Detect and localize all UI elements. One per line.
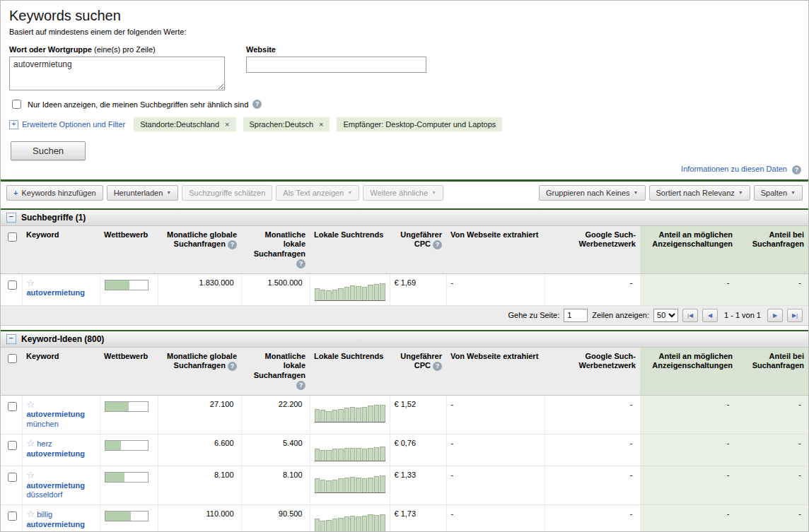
star-icon[interactable]: ☆ [27, 399, 35, 410]
trend-bar [368, 514, 373, 531]
filter-chip-devices: Empfänger: Desktop-Computer und Laptops [337, 117, 502, 131]
col-header-global-monthly[interactable]: Monatliche globale Suchanfragen ? [158, 348, 241, 396]
keyword-link[interactable]: autovermietung münchen [27, 410, 86, 428]
next-page-button[interactable]: ▶ [767, 309, 783, 322]
col-header-local-monthly[interactable]: Monatliche lokale Suchanfragen ? [241, 348, 310, 396]
star-icon[interactable]: ☆ [27, 438, 35, 449]
row-checkbox[interactable] [8, 441, 17, 450]
page-range-label: 1 - 1 von 1 [724, 311, 761, 319]
estimate-traffic-button[interactable]: Suchzugriffe schätzen [182, 185, 272, 201]
col-header-global-monthly[interactable]: Monatliche globale Suchanfragen ? [158, 226, 241, 274]
extracted-cell: - [446, 434, 545, 466]
word-input[interactable]: autovermietung [9, 57, 225, 90]
col-header-approx-cpc[interactable]: Ungefährer CPC ? [390, 348, 446, 396]
help-icon[interactable]: ? [433, 240, 442, 249]
trend-chart [315, 401, 385, 422]
col-header-search-share[interactable]: Anteil bei Suchanfragen [737, 226, 808, 274]
search-form-section: Keywords suchen Basiert auf mindestens e… [1, 1, 808, 160]
col-header-keyword[interactable]: Keyword [22, 348, 100, 396]
col-header-competition[interactable]: Wettbewerb [100, 348, 158, 396]
trend-bar [368, 285, 373, 300]
row-checkbox[interactable] [8, 402, 17, 411]
trend-bar [362, 449, 367, 461]
col-header-extracted[interactable]: Von Webseite extrahiert [446, 348, 545, 396]
star-icon[interactable]: ☆ [27, 509, 35, 519]
trend-bar [326, 520, 331, 532]
star-icon[interactable]: ☆ [27, 470, 35, 480]
advanced-options-link[interactable]: + Erweiterte Optionen und Filter [9, 120, 125, 129]
star-icon[interactable]: ☆ [27, 278, 35, 288]
trend-chart [315, 510, 385, 532]
chevron-down-icon: ▼ [166, 190, 171, 195]
help-icon[interactable]: ? [228, 362, 237, 371]
col-header-impression-share[interactable]: Anteil an möglichen Anzeigenschaltungen [640, 226, 737, 274]
page-number-input[interactable] [564, 309, 588, 322]
view-as-text-button[interactable]: Als Text anzeigen ▼ [276, 185, 359, 201]
extracted-cell: - [446, 466, 545, 504]
last-page-button[interactable]: ▶| [787, 309, 803, 322]
select-all-checkbox[interactable] [8, 354, 17, 363]
select-all-checkbox[interactable] [8, 232, 17, 242]
competition-cell [100, 466, 158, 504]
plus-icon: + [13, 189, 18, 197]
col-header-competition[interactable]: Wettbewerb [100, 226, 158, 274]
trend-bar [368, 448, 373, 461]
row-checkbox[interactable] [8, 512, 17, 521]
download-button[interactable]: Herunterladen ▼ [107, 185, 179, 201]
similar-ideas-checkbox[interactable] [12, 100, 21, 109]
filter-chip-languages: Sprachen:Deutsch × [243, 117, 330, 131]
search-button[interactable]: Suchen [11, 141, 86, 160]
trend-bar [320, 521, 325, 531]
close-icon[interactable]: × [319, 121, 323, 129]
help-icon[interactable]: ? [252, 100, 262, 109]
group-by-button[interactable]: Gruppieren nach Keines ▼ [539, 185, 646, 201]
help-icon[interactable]: ? [433, 362, 442, 371]
website-input[interactable] [246, 57, 426, 73]
col-header-local-trends[interactable]: Lokale Suchtrends [310, 226, 390, 274]
help-icon[interactable]: ? [228, 240, 237, 249]
header-checkbox-cell [1, 226, 22, 274]
trend-chart [315, 439, 385, 461]
more-like-this-button[interactable]: Weitere ähnliche ▼ [363, 185, 443, 201]
global-monthly-cell: 110.000 [158, 505, 241, 532]
close-icon[interactable]: × [225, 121, 229, 129]
first-page-button[interactable]: |◀ [682, 309, 698, 322]
trend-bar [315, 409, 320, 422]
trend-bar [380, 475, 385, 492]
col-header-extracted[interactable]: Von Webseite extrahiert [446, 226, 545, 274]
keyword-cell: ☆ autovermietung düsseldorf [22, 466, 100, 504]
prev-page-button[interactable]: ◀ [702, 309, 718, 322]
keyword-link[interactable]: autovermietung düsseldorf [27, 481, 86, 500]
col-header-search-share[interactable]: Anteil bei Suchanfragen [737, 348, 808, 396]
help-icon[interactable]: ? [296, 259, 305, 268]
trend-bar [332, 519, 337, 531]
trend-bar [380, 283, 385, 300]
col-header-impression-share[interactable]: Anteil an möglichen Anzeigenschaltungen [640, 348, 737, 396]
competition-cell [100, 434, 158, 466]
keyword-link[interactable]: billig autovermietung [27, 510, 86, 528]
col-header-search-network[interactable]: Google Such-Werbenetzwerk [545, 348, 640, 396]
competition-bar [105, 280, 149, 290]
data-info-link[interactable]: Informationen zu diesen Daten [681, 165, 787, 173]
collapse-icon[interactable]: − [6, 334, 16, 344]
add-keywords-button[interactable]: + Keywords hinzufügen [6, 185, 103, 201]
col-header-keyword[interactable]: Keyword [22, 226, 100, 274]
help-icon[interactable]: ? [792, 165, 801, 175]
col-header-search-network[interactable]: Google Such-Werbenetzwerk [545, 226, 640, 274]
col-header-local-trends[interactable]: Lokale Suchtrends [310, 348, 390, 396]
rows-per-page-select[interactable]: 50 [653, 309, 678, 322]
trend-cell [310, 273, 390, 305]
trend-bar [338, 288, 343, 300]
help-icon[interactable]: ? [296, 381, 305, 390]
columns-button[interactable]: Spalten ▼ [754, 185, 803, 201]
competition-cell [100, 273, 158, 305]
collapse-icon[interactable]: − [6, 213, 16, 223]
keyword-link[interactable]: autovermietung [27, 288, 86, 297]
row-checkbox[interactable] [8, 280, 17, 290]
row-checkbox[interactable] [8, 473, 17, 482]
col-header-approx-cpc[interactable]: Ungefährer CPC ? [390, 226, 446, 274]
filters-row: + Erweiterte Optionen und Filter Standor… [9, 117, 800, 131]
col-header-local-monthly[interactable]: Monatliche lokale Suchanfragen ? [241, 226, 310, 274]
keyword-link[interactable]: herz autovermietung [27, 439, 86, 458]
sort-by-button[interactable]: Sortiert nach Relevanz ▼ [649, 185, 750, 201]
